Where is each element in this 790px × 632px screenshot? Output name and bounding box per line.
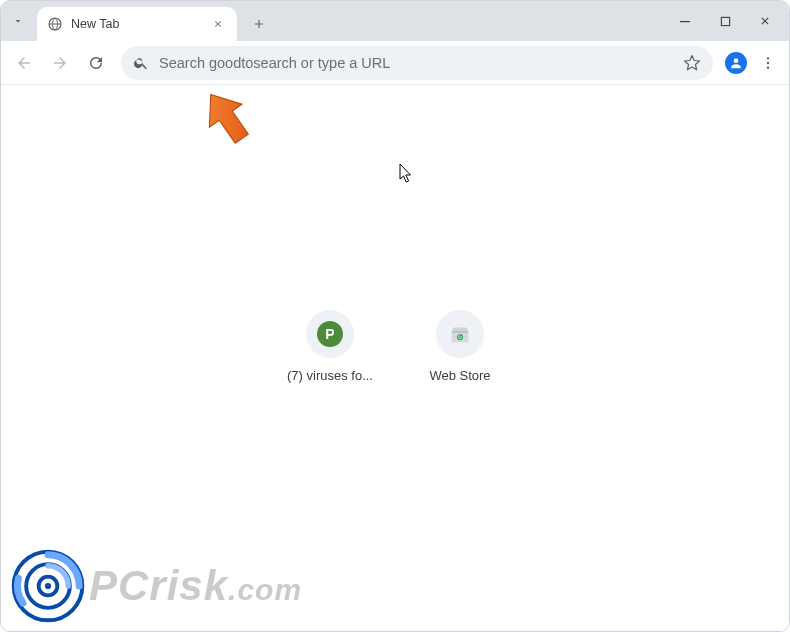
bookmark-button[interactable] (683, 54, 701, 72)
chevron-down-icon (12, 15, 24, 27)
arrow-left-icon (15, 54, 33, 72)
omnibox[interactable] (121, 46, 713, 80)
svg-point-5 (767, 66, 769, 68)
maximize-button[interactable] (705, 6, 745, 36)
forward-button[interactable] (43, 46, 77, 80)
dots-vertical-icon (760, 55, 776, 71)
new-tab-button[interactable] (245, 10, 273, 38)
address-search-input[interactable] (159, 55, 673, 71)
tab-close-button[interactable] (209, 15, 227, 33)
svg-point-9 (459, 336, 461, 338)
shortcut-label: Web Store (429, 368, 490, 383)
star-icon (683, 54, 701, 72)
plus-icon (252, 17, 266, 31)
back-button[interactable] (7, 46, 41, 80)
minimize-icon (679, 15, 691, 27)
browser-tab[interactable]: New Tab (37, 7, 237, 41)
minimize-button[interactable] (665, 6, 705, 36)
arrow-right-icon (51, 54, 69, 72)
close-icon (759, 15, 771, 27)
tab-title: New Tab (71, 17, 201, 31)
close-icon (213, 19, 223, 29)
shortcut-item-viruses[interactable]: P (7) viruses fo... (274, 310, 386, 383)
page-content: P (7) viruses fo... (1, 85, 789, 631)
site-badge-icon: P (317, 321, 343, 347)
search-icon (133, 55, 149, 71)
shortcut-tile: P (306, 310, 354, 358)
watermark: PCrisk.com (9, 547, 302, 625)
reload-icon (87, 54, 105, 72)
reload-button[interactable] (79, 46, 113, 80)
tab-search-dropdown[interactable] (1, 1, 35, 41)
mouse-cursor-icon (399, 163, 415, 185)
profile-button[interactable] (721, 48, 751, 78)
svg-rect-1 (680, 21, 690, 22)
chrome-webstore-icon (449, 323, 471, 345)
close-window-button[interactable] (745, 6, 785, 36)
shortcut-label: (7) viruses fo... (287, 368, 373, 383)
shortcut-item-webstore[interactable]: Web Store (404, 310, 516, 383)
window-controls (665, 1, 785, 41)
tab-strip: New Tab (1, 1, 789, 41)
svg-point-3 (767, 57, 769, 59)
shortcut-grid: P (7) viruses fo... (274, 310, 516, 383)
avatar-icon (725, 52, 747, 74)
svg-point-4 (767, 61, 769, 63)
toolbar (1, 41, 789, 85)
watermark-text: PCrisk.com (89, 562, 302, 610)
watermark-swirl-icon (9, 547, 87, 625)
shortcut-tile (436, 310, 484, 358)
chrome-menu-button[interactable] (753, 48, 783, 78)
svg-rect-2 (721, 17, 729, 25)
browser-window: New Tab (0, 0, 790, 632)
globe-icon (47, 16, 63, 32)
annotation-arrow-icon (198, 87, 258, 151)
maximize-icon (720, 16, 731, 27)
svg-point-13 (45, 583, 51, 589)
